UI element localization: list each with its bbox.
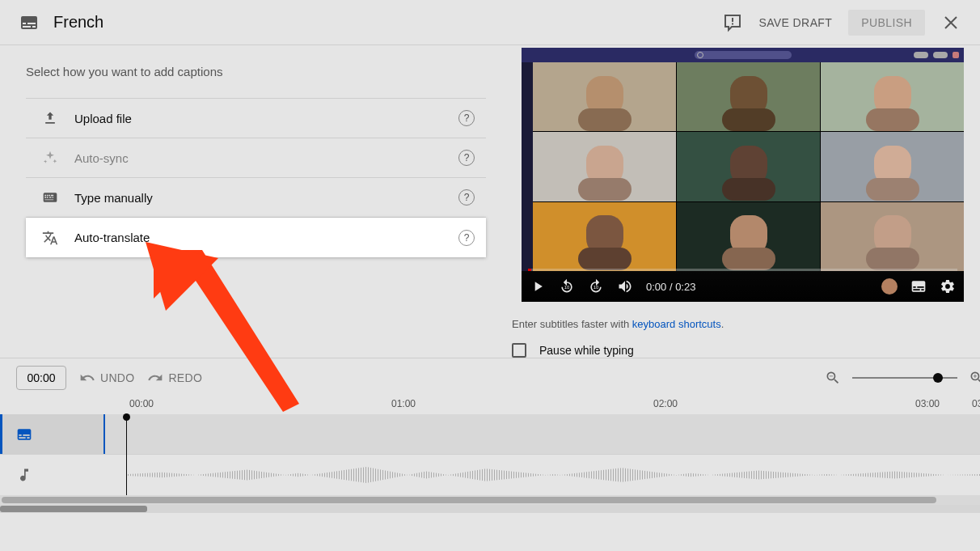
option-type-manually[interactable]: Type manually ? bbox=[26, 178, 486, 218]
keyboard-shortcuts-link[interactable]: keyboard shortcuts bbox=[632, 318, 721, 330]
video-app-chrome bbox=[522, 48, 964, 62]
audio-track[interactable] bbox=[0, 455, 980, 495]
left-panel: Select how you want to add captions Uplo… bbox=[0, 45, 512, 358]
close-icon[interactable] bbox=[941, 13, 961, 32]
video-controls: 10 10 0:00 / 0:23 bbox=[522, 271, 964, 302]
time-input[interactable] bbox=[16, 366, 66, 390]
help-icon[interactable]: ? bbox=[458, 150, 475, 166]
pause-while-typing-row[interactable]: Pause while typing bbox=[512, 343, 980, 358]
svg-text:10: 10 bbox=[564, 285, 570, 290]
svg-text:10: 10 bbox=[593, 285, 599, 290]
option-label: Auto-sync bbox=[74, 151, 458, 165]
playhead[interactable] bbox=[126, 414, 127, 495]
caption-track[interactable] bbox=[0, 414, 980, 455]
rewind-10-icon[interactable]: 10 bbox=[559, 278, 575, 295]
forward-10-icon[interactable]: 10 bbox=[588, 278, 604, 295]
option-label: Type manually bbox=[74, 191, 458, 205]
pause-label: Pause while typing bbox=[539, 344, 634, 357]
upload-icon bbox=[42, 110, 58, 126]
header-bar: French SAVE DRAFT PUBLISH bbox=[0, 0, 980, 45]
undo-icon bbox=[79, 370, 95, 386]
option-auto-sync[interactable]: Auto-sync ? bbox=[26, 138, 486, 178]
tip-text: Enter subtitles faster with keyboard sho… bbox=[512, 318, 980, 330]
option-auto-translate[interactable]: Auto-translate ? bbox=[26, 218, 486, 257]
help-icon[interactable]: ? bbox=[458, 110, 475, 126]
option-label: Upload file bbox=[74, 112, 458, 125]
video-preview[interactable]: 10 10 0:00 / 0:23 bbox=[522, 48, 964, 302]
subtitles-track-icon bbox=[16, 426, 32, 443]
right-panel: 10 10 0:00 / 0:23 Enter subtitles faster… bbox=[512, 45, 980, 358]
undo-button[interactable]: UNDO bbox=[79, 370, 134, 386]
subtitles-icon bbox=[19, 13, 39, 32]
feedback-icon[interactable] bbox=[723, 13, 742, 32]
help-icon[interactable]: ? bbox=[458, 189, 475, 206]
timeline-scrollbar[interactable] bbox=[0, 495, 980, 505]
waveform bbox=[128, 466, 980, 484]
keyboard-icon bbox=[42, 189, 58, 206]
video-participants bbox=[533, 62, 964, 271]
zoom-slider[interactable] bbox=[852, 377, 957, 379]
timeline[interactable]: 00:00 01:00 02:00 03:00 03 bbox=[0, 396, 980, 495]
zoom-in-icon[interactable] bbox=[969, 370, 980, 386]
save-draft-button[interactable]: SAVE DRAFT bbox=[758, 16, 832, 29]
publish-button[interactable]: PUBLISH bbox=[848, 10, 925, 36]
header-actions: SAVE DRAFT PUBLISH bbox=[723, 10, 961, 36]
subtitles-toggle-icon[interactable] bbox=[910, 278, 927, 295]
translate-icon bbox=[42, 230, 58, 246]
timeline-toolbar: UNDO REDO bbox=[0, 358, 980, 396]
volume-icon[interactable] bbox=[617, 278, 633, 295]
caption-options: Upload file ? Auto-sync ? Type manually … bbox=[26, 98, 486, 257]
prompt-text: Select how you want to add captions bbox=[26, 65, 486, 78]
redo-button[interactable]: REDO bbox=[147, 370, 202, 386]
music-note-icon bbox=[16, 467, 32, 483]
option-upload-file[interactable]: Upload file ? bbox=[26, 99, 486, 138]
page-title: French bbox=[53, 13, 103, 32]
sparkle-icon bbox=[42, 150, 58, 166]
main-area: Select how you want to add captions Uplo… bbox=[0, 45, 980, 358]
zoom-out-icon[interactable] bbox=[825, 370, 841, 386]
window-scrollbar[interactable] bbox=[0, 505, 980, 513]
header-left: French bbox=[19, 13, 103, 32]
play-icon[interactable] bbox=[530, 278, 546, 295]
time-ruler: 00:00 01:00 02:00 03:00 03 bbox=[0, 396, 980, 414]
zoom-controls bbox=[825, 370, 980, 386]
redo-icon bbox=[147, 370, 163, 386]
help-icon[interactable]: ? bbox=[458, 230, 475, 246]
video-time: 0:00 / 0:23 bbox=[646, 281, 695, 293]
pause-checkbox[interactable] bbox=[512, 343, 526, 358]
option-label: Auto-translate bbox=[74, 231, 458, 244]
settings-icon[interactable] bbox=[940, 278, 956, 295]
channel-avatar[interactable] bbox=[881, 278, 898, 295]
